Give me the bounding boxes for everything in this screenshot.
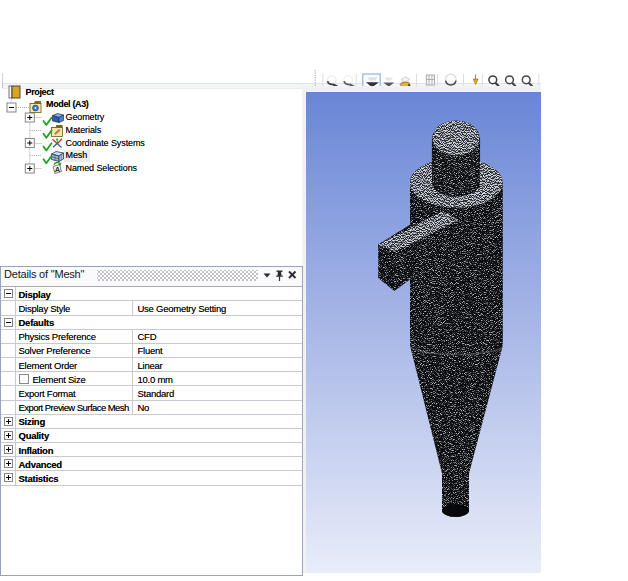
svg-text:A: A [55,165,61,174]
